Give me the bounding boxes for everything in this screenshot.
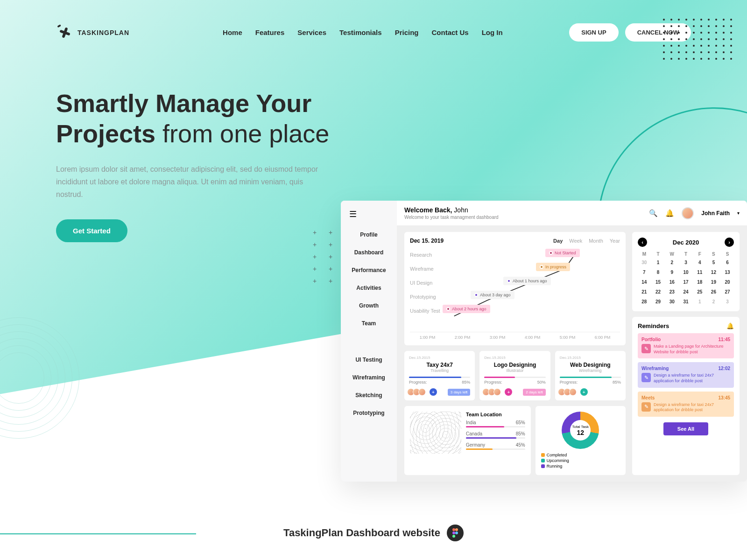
tab-month[interactable]: Month <box>589 238 603 244</box>
sidebar-item-growth[interactable]: Growth <box>341 297 397 315</box>
reminder-item[interactable]: Portfolio11:45 ✎Make a Landing page for … <box>638 333 734 358</box>
timeline-chip[interactable]: About 1 hours ago <box>503 277 551 285</box>
cal-prev-button[interactable]: ‹ <box>638 238 647 247</box>
nav-log-in[interactable]: Log In <box>482 28 503 36</box>
calendar-day[interactable]: 5 <box>707 259 720 266</box>
reminders-title: Reminders <box>638 322 669 329</box>
calendar-day[interactable]: 3 <box>679 259 692 266</box>
cal-next-button[interactable]: › <box>725 238 734 247</box>
hero-heading: Smartly Manage Your Projects from one pl… <box>56 88 364 149</box>
timeline-hours: 1:00 PM2:00 PM3:00 PM4:00 PM5:00 PM6:00 … <box>410 332 620 340</box>
timeline-chip[interactable]: About 3 day ago <box>471 291 514 299</box>
timeline-date: Dec 15. 2019 <box>410 238 444 244</box>
location-rows: India65% Canada85% Germany45% <box>466 420 525 450</box>
calendar-day[interactable]: 25 <box>693 288 706 296</box>
timeline-tabs: DayWeekMonthYear <box>553 238 620 244</box>
calendar-day[interactable]: 2 <box>665 259 678 266</box>
sidebar-menu-secondary: UI TestingWireframingSketchingPrototypin… <box>341 351 397 422</box>
signup-button[interactable]: SIGN UP <box>569 23 618 42</box>
user-name[interactable]: John Faith <box>701 210 730 217</box>
reminder-item[interactable]: Wireframing12:02 ✎Design a wireframe for… <box>638 362 734 387</box>
calendar-day[interactable]: 30 <box>638 259 651 266</box>
calendar-day[interactable]: 15 <box>652 278 665 286</box>
calendar-day[interactable]: 22 <box>652 288 665 296</box>
calendar-day[interactable]: 19 <box>707 278 720 286</box>
chevron-down-icon[interactable]: ▾ <box>737 210 740 216</box>
nav-home[interactable]: Home <box>223 28 242 36</box>
sidebar-item-dashboard[interactable]: Dashboard <box>341 244 397 261</box>
nav-services[interactable]: Services <box>297 28 326 36</box>
calendar-day[interactable]: 9 <box>665 268 678 276</box>
welcome-subtitle: Welcome to your task managment dashboard <box>404 215 499 220</box>
avatar[interactable] <box>682 207 694 219</box>
sidebar-item-sketching[interactable]: Sketching <box>341 386 397 404</box>
calendar-day[interactable]: 1 <box>652 259 665 266</box>
logo-mark-icon <box>56 24 74 42</box>
calendar-day[interactable]: 2 <box>707 298 720 306</box>
dashboard-preview: ☰ ProfileDashboardPerformanceActivitiesG… <box>341 201 747 482</box>
calendar-day[interactable]: 14 <box>638 278 651 286</box>
calendar-day[interactable]: 30 <box>665 298 678 306</box>
tab-week[interactable]: Week <box>569 238 582 244</box>
sidebar-item-team[interactable]: Team <box>341 315 397 332</box>
sidebar-item-profile[interactable]: Profile <box>341 226 397 244</box>
calendar-day[interactable]: 23 <box>665 288 678 296</box>
calendar-day[interactable]: 31 <box>679 298 692 306</box>
calendar-day[interactable]: 7 <box>638 268 651 276</box>
calendar-day[interactable]: 20 <box>721 278 734 286</box>
brand-text: TASKINGPLAN <box>78 29 129 36</box>
nav-testimonials[interactable]: Testimonials <box>339 28 382 36</box>
nav-contact-us[interactable]: Contact Us <box>431 28 468 36</box>
timeline-chip[interactable]: Not Started <box>545 249 580 257</box>
search-icon[interactable]: 🔍 <box>649 209 658 217</box>
calendar-day[interactable]: 17 <box>679 278 692 286</box>
logo[interactable]: TASKINGPLAN <box>56 24 129 42</box>
calendar-day[interactable]: 21 <box>638 288 651 296</box>
sidebar-item-ui-testing[interactable]: UI Testing <box>341 351 397 369</box>
timeline-chip[interactable]: In progress <box>536 263 570 271</box>
calendar-day[interactable]: 10 <box>679 268 692 276</box>
project-card[interactable]: Dec.15.2015 Web Designing Wireframing Pr… <box>555 351 626 400</box>
tab-year[interactable]: Year <box>610 238 620 244</box>
map-icon <box>410 412 461 454</box>
timeline-chip[interactable]: About 2 hours ago <box>443 305 490 313</box>
main-nav: HomeFeaturesServicesTestimonialsPricingC… <box>223 28 503 36</box>
calendar-card: ‹ Dec 2020 › MTWTFSS30123456789101112131… <box>632 232 740 311</box>
calendar-day[interactable]: 4 <box>693 259 706 266</box>
svg-point-6 <box>455 532 458 534</box>
sidebar-item-prototyping[interactable]: Prototyping <box>341 404 397 422</box>
nav-features[interactable]: Features <box>255 28 285 36</box>
calendar-day[interactable]: 6 <box>721 259 734 266</box>
svg-rect-2 <box>57 24 61 28</box>
calendar-day[interactable]: 18 <box>693 278 706 286</box>
calendar-day[interactable]: 12 <box>707 268 720 276</box>
sidebar-item-wireframing[interactable]: Wireframing <box>341 369 397 386</box>
reminder-item[interactable]: Meets13:45 ✎Design a wireframe for taxi … <box>638 392 734 417</box>
decorative-circles <box>0 317 79 439</box>
calendar-day[interactable]: 16 <box>665 278 678 286</box>
calendar-day[interactable]: 3 <box>721 298 734 306</box>
team-location-title: Team Location <box>466 412 525 417</box>
sidebar-item-activities[interactable]: Activities <box>341 279 397 297</box>
calendar-day[interactable]: 13 <box>721 268 734 276</box>
nav-pricing[interactable]: Pricing <box>395 28 419 36</box>
calendar-day[interactable]: 24 <box>679 288 692 296</box>
bell-icon[interactable]: 🔔 <box>726 322 734 329</box>
calendar-day[interactable]: 29 <box>652 298 665 306</box>
calendar-day[interactable]: 11 <box>693 268 706 276</box>
calendar-day[interactable]: 1 <box>693 298 706 306</box>
reminders-card: Reminders 🔔 Portfolio11:45 ✎Make a Landi… <box>632 317 740 475</box>
sidebar-item-performance[interactable]: Performance <box>341 261 397 279</box>
project-card[interactable]: Dec.15.2015 Logo Designing Illustrator P… <box>479 351 550 400</box>
project-card[interactable]: Dec.15.2015 Taxy 24x7 Travelling Progres… <box>404 351 475 400</box>
hamburger-icon[interactable]: ☰ <box>341 209 397 226</box>
calendar-day[interactable]: 26 <box>707 288 720 296</box>
see-all-button[interactable]: See All <box>663 422 708 435</box>
bell-icon[interactable]: 🔔 <box>665 209 674 217</box>
figma-icon <box>447 525 464 541</box>
calendar-day[interactable]: 8 <box>652 268 665 276</box>
tab-day[interactable]: Day <box>553 238 563 244</box>
get-started-button[interactable]: Get Started <box>56 219 127 242</box>
calendar-day[interactable]: 28 <box>638 298 651 306</box>
calendar-day[interactable]: 27 <box>721 288 734 296</box>
